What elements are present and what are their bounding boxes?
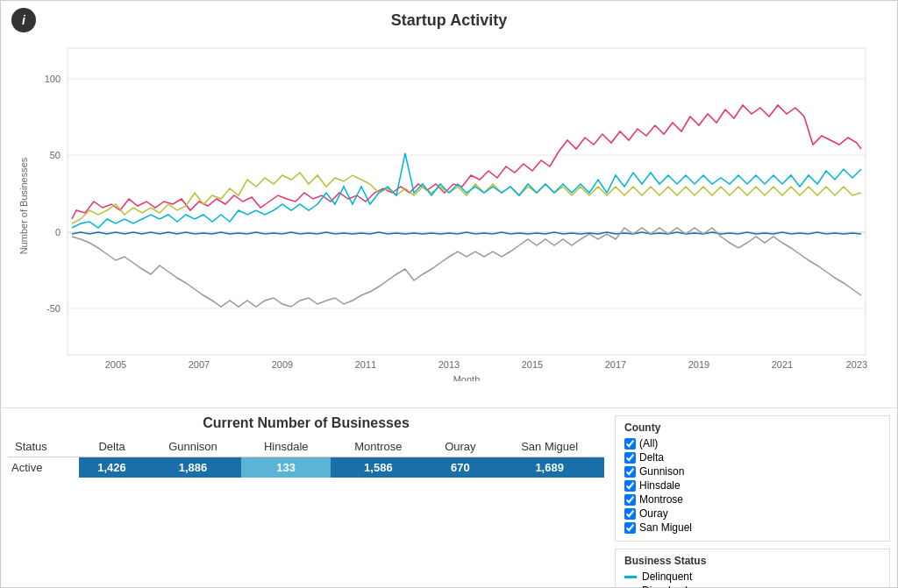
county-checkbox-all[interactable] bbox=[624, 438, 636, 450]
county-item-montrose[interactable]: Montrose bbox=[624, 493, 880, 506]
col-header-san-miguel: San Miguel bbox=[495, 436, 604, 457]
county-checkbox-ouray[interactable] bbox=[624, 508, 636, 520]
county-label-gunnison: Gunnison bbox=[639, 465, 684, 478]
col-header-ouray: Ouray bbox=[425, 436, 495, 457]
county-label-all: (All) bbox=[639, 437, 658, 450]
county-label-montrose: Montrose bbox=[639, 493, 683, 506]
col-header-delta: Delta bbox=[79, 436, 145, 457]
svg-text:2015: 2015 bbox=[522, 359, 543, 370]
svg-text:Month: Month bbox=[453, 374, 481, 381]
chart-title: Startup Activity bbox=[391, 11, 507, 30]
county-label-hinsdale: Hinsdale bbox=[639, 479, 681, 492]
legend-item-delinquent: Delinquent bbox=[624, 570, 880, 583]
data-table: Status Delta Gunnison Hinsdale Montrose … bbox=[8, 436, 604, 478]
col-header-status: Status bbox=[8, 436, 79, 457]
county-checkbox-montrose[interactable] bbox=[624, 494, 636, 506]
svg-text:100: 100 bbox=[45, 74, 61, 84]
col-header-montrose: Montrose bbox=[331, 436, 425, 457]
legend-item-dissolved: Dissolved bbox=[624, 584, 880, 588]
right-panels: County (All) Delta Gunnison Hinsdale bbox=[615, 415, 890, 588]
col-header-hinsdale: Hinsdale bbox=[241, 436, 331, 457]
svg-text:2007: 2007 bbox=[189, 359, 210, 370]
svg-text:Number of Businesses: Number of Businesses bbox=[18, 157, 29, 254]
san-miguel-value: 1,689 bbox=[495, 457, 604, 478]
svg-text:50: 50 bbox=[50, 150, 61, 160]
table-title: Current Number of Businesses bbox=[8, 415, 604, 431]
table-section: Current Number of Businesses Status Delt… bbox=[8, 415, 604, 588]
svg-text:2017: 2017 bbox=[605, 359, 626, 370]
top-chart: 100 50 0 -50 Number of Businesses 2005 2… bbox=[1, 39, 897, 407]
county-item-ouray[interactable]: Ouray bbox=[624, 507, 880, 520]
county-item-delta[interactable]: Delta bbox=[624, 451, 880, 464]
svg-text:2009: 2009 bbox=[272, 359, 293, 370]
svg-text:0: 0 bbox=[55, 227, 61, 237]
legend-label-dissolved: Dissolved bbox=[642, 584, 688, 588]
county-checkbox-san-miguel[interactable] bbox=[624, 522, 636, 534]
county-checkbox-gunnison[interactable] bbox=[624, 466, 636, 478]
svg-text:-50: -50 bbox=[46, 303, 61, 314]
ouray-value: 670 bbox=[425, 457, 495, 478]
county-item-san-miguel[interactable]: San Miguel bbox=[624, 521, 880, 534]
county-checkbox-delta[interactable] bbox=[624, 452, 636, 464]
county-checkbox-hinsdale[interactable] bbox=[624, 480, 636, 492]
county-item-gunnison[interactable]: Gunnison bbox=[624, 465, 880, 478]
hinsdale-value: 133 bbox=[241, 457, 331, 478]
status-cell: Active bbox=[8, 457, 79, 478]
county-title: County bbox=[624, 422, 880, 434]
header: i Startup Activity bbox=[1, 1, 897, 39]
svg-text:2023: 2023 bbox=[846, 359, 867, 370]
table-row: Active 1,426 1,886 133 1,586 670 1,689 bbox=[8, 457, 604, 478]
info-icon[interactable]: i bbox=[11, 8, 36, 32]
svg-text:2011: 2011 bbox=[355, 359, 376, 370]
county-panel: County (All) Delta Gunnison Hinsdale bbox=[615, 415, 890, 542]
county-item-all[interactable]: (All) bbox=[624, 437, 880, 450]
gunnison-value: 1,886 bbox=[145, 457, 241, 478]
delinquent-color bbox=[624, 576, 637, 578]
county-label-delta: Delta bbox=[639, 451, 664, 464]
svg-text:2021: 2021 bbox=[772, 359, 793, 370]
county-item-hinsdale[interactable]: Hinsdale bbox=[624, 479, 880, 492]
legend-label-delinquent: Delinquent bbox=[642, 570, 692, 583]
col-header-gunnison: Gunnison bbox=[145, 436, 241, 457]
svg-text:2013: 2013 bbox=[438, 359, 460, 370]
montrose-value: 1,586 bbox=[331, 457, 425, 478]
bottom-section: Current Number of Businesses Status Delt… bbox=[1, 407, 897, 588]
business-status-legend: Business Status Delinquent Dissolved New… bbox=[615, 549, 890, 588]
svg-text:2019: 2019 bbox=[688, 359, 709, 370]
county-label-san-miguel: San Miguel bbox=[639, 521, 692, 534]
business-status-title: Business Status bbox=[624, 555, 880, 567]
svg-text:2005: 2005 bbox=[105, 359, 126, 370]
county-label-ouray: Ouray bbox=[639, 507, 668, 520]
delta-value: 1,426 bbox=[79, 457, 145, 478]
